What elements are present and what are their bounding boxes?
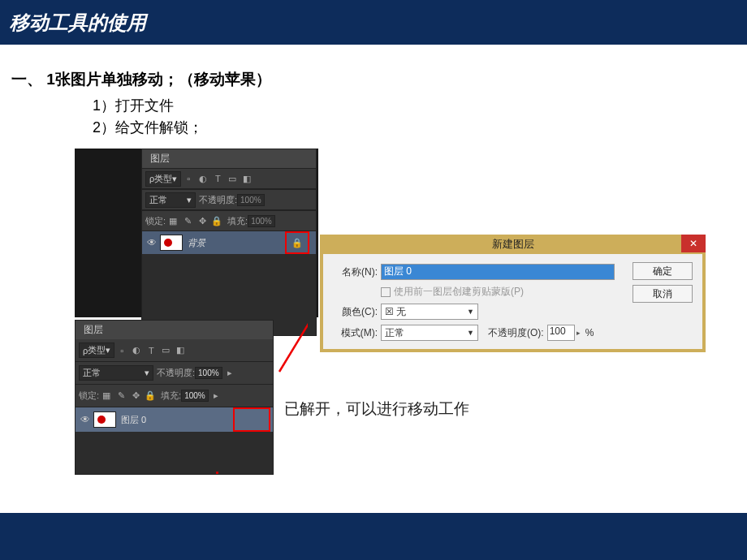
cancel-button[interactable]: 取消 <box>633 285 693 303</box>
header-bar: 移动工具的使用 <box>0 0 747 45</box>
fill-value[interactable]: 100% <box>248 215 275 227</box>
lock-transparent-icon[interactable]: ▦ <box>167 215 179 226</box>
dialog-titlebar[interactable]: 新建图层 ✕ <box>320 235 706 254</box>
fill-label: 填充: <box>227 215 248 227</box>
lock-label: 锁定: <box>79 390 99 402</box>
mode-select[interactable]: 正常▼ <box>381 325 478 341</box>
layer-row-background[interactable]: 👁 背景 🔒 <box>142 231 316 254</box>
filter-type-icon[interactable]: T <box>212 173 223 184</box>
color-label: 颜色(C): <box>333 305 378 319</box>
opacity-value[interactable]: 100% <box>237 194 265 206</box>
filter-shape-icon[interactable]: ▭ <box>227 173 238 184</box>
dialog-title: 新建图层 <box>492 237 534 252</box>
lock-transparent-icon[interactable]: ▦ <box>101 390 112 402</box>
lock-position-icon[interactable]: ✥ <box>130 390 141 402</box>
blend-mode-select[interactable]: 正常 ▾ <box>79 365 153 381</box>
fill-value[interactable]: 100% <box>181 390 209 402</box>
d-opacity-input[interactable]: 100 <box>547 325 575 341</box>
layers-panel-screenshot-1: 图层 ρ 类型 ▾ ▫ ◐ T ▭ ◧ 正常 ▾ 不透明度: 100% 锁定: … <box>75 149 318 317</box>
filter-smart-icon[interactable]: ◧ <box>175 345 186 356</box>
opacity-label: 不透明度: <box>199 194 237 206</box>
opacity-label: 不透明度: <box>157 367 195 379</box>
color-select[interactable]: ☒ 无▼ <box>381 304 478 320</box>
filter-adjust-icon[interactable]: ◐ <box>131 345 142 356</box>
filter-shape-icon[interactable]: ▭ <box>160 345 171 356</box>
footer-bar <box>0 513 747 560</box>
lock-label: 锁定: <box>145 215 166 227</box>
section-title: 一、 1张图片单独移动；（移动苹果） <box>11 69 736 90</box>
fill-label: 填充: <box>161 390 181 402</box>
layer-name: 图层 0 <box>121 414 146 426</box>
filter-pixel-icon[interactable]: ▫ <box>183 173 194 184</box>
ok-button[interactable]: 确定 <box>633 262 693 280</box>
mode-label: 模式(M): <box>333 326 378 340</box>
visibility-icon[interactable]: 👁 <box>144 237 160 248</box>
lock-all-icon[interactable]: 🔒 <box>145 390 156 402</box>
filter-pixel-icon[interactable]: ▫ <box>116 345 127 356</box>
panel-empty-area <box>76 432 273 474</box>
red-dot <box>216 472 218 474</box>
layers-tab[interactable]: 图层 <box>142 149 178 168</box>
name-label: 名称(N): <box>333 265 378 279</box>
filter-type-select[interactable]: ρ 类型 ▾ <box>145 171 181 187</box>
layer-row-0[interactable]: 👁 图层 0 <box>76 407 273 432</box>
visibility-icon[interactable]: 👁 <box>77 414 93 425</box>
note-text: 已解开，可以进行移动工作 <box>284 398 469 420</box>
blend-mode-select[interactable]: 正常 ▾ <box>145 192 196 208</box>
percent-label: % <box>585 327 594 338</box>
page-title: 移动工具的使用 <box>10 10 737 36</box>
filter-adjust-icon[interactable]: ◐ <box>197 173 209 184</box>
lock-icon[interactable]: 🔒 <box>291 238 303 248</box>
clip-mask-checkbox[interactable] <box>381 287 391 297</box>
lock-position-icon[interactable]: ✥ <box>196 215 208 226</box>
layers-tab[interactable]: 图层 <box>76 321 111 339</box>
filter-type-select[interactable]: ρ 类型 ▾ <box>79 342 114 358</box>
opacity-value[interactable]: 100% <box>195 367 222 379</box>
layer-thumbnail[interactable] <box>93 411 116 428</box>
d-opacity-label: 不透明度(O): <box>488 326 544 340</box>
lock-paint-icon[interactable]: ✎ <box>115 390 127 402</box>
lock-paint-icon[interactable]: ✎ <box>182 215 193 226</box>
name-input[interactable]: 图层 0 <box>381 264 615 280</box>
filter-type-icon[interactable]: T <box>145 345 157 356</box>
unlock-highlight-box <box>233 407 270 432</box>
lock-all-icon[interactable]: 🔒 <box>211 215 222 226</box>
step-2: 2）给文件解锁； <box>93 117 736 139</box>
step-1: 1）打开文件 <box>93 95 736 117</box>
lock-highlight-box: 🔒 <box>285 231 309 254</box>
layer-thumbnail[interactable] <box>160 235 183 251</box>
layers-panel-screenshot-2: 图层 ρ 类型 ▾ ▫ ◐ T ▭ ◧ 正常 ▾ 不透明度: 100%▸ 锁定:… <box>75 320 274 475</box>
filter-smart-icon[interactable]: ◧ <box>241 173 253 184</box>
close-button[interactable]: ✕ <box>681 235 706 252</box>
layer-name: 背景 <box>188 237 205 249</box>
new-layer-dialog: 新建图层 ✕ 名称(N): 图层 0 使用前一图层创建剪贴蒙版(P) 颜色(C)… <box>320 235 706 352</box>
opacity-spinner[interactable]: ▸ <box>576 329 581 337</box>
clip-mask-label: 使用前一图层创建剪贴蒙版(P) <box>394 285 524 299</box>
